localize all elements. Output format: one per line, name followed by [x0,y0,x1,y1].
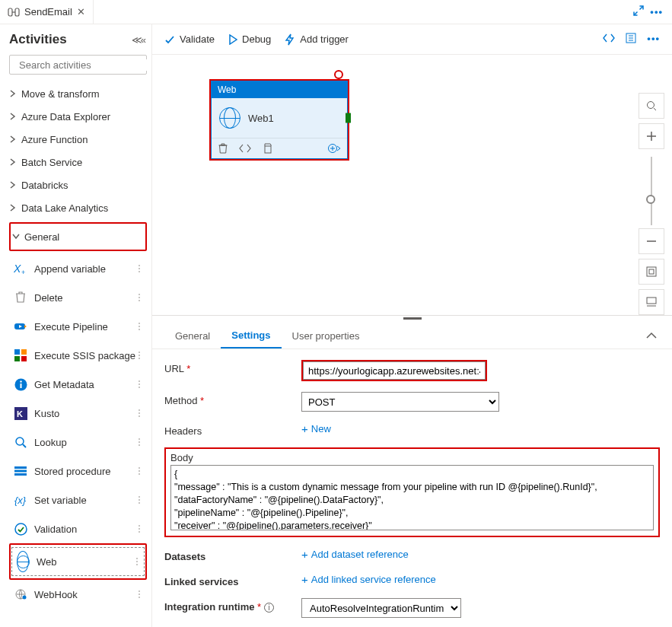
validation-icon [13,521,28,536]
exec-pipeline-icon [13,319,28,334]
svg-line-35 [654,108,656,110]
ir-label: Integration runtime *i [164,598,301,613]
webhook-icon [13,587,28,602]
activity-webhook[interactable]: WebHook [9,580,147,609]
copy-node-icon[interactable] [262,143,272,154]
svg-rect-40 [649,269,654,274]
add-output-icon[interactable] [327,143,341,154]
svg-point-25 [23,596,27,600]
add-header-button[interactable]: + New [301,422,331,435]
tab-general[interactable]: General [164,324,221,348]
info-icon[interactable]: i [264,603,274,613]
activity-set-variable[interactable]: {x} Set variable [9,485,147,514]
delete-node-icon[interactable] [218,143,228,154]
fit-button[interactable] [639,259,664,285]
more-icon[interactable]: ••• [647,33,660,46]
body-input[interactable]: { "message" : "This is a custom dynamic … [170,465,654,530]
zoom-in-button[interactable] [639,123,664,149]
activity-lookup[interactable]: Lookup [9,428,147,457]
delete-icon [13,290,28,305]
svg-rect-39 [647,267,656,276]
pipeline-tab[interactable]: SendEmail ✕ [0,0,94,24]
lookup-icon [13,434,28,450]
activity-stored-procedure[interactable]: Stored procedure [9,457,147,485]
sproc-icon [13,463,28,479]
svg-point-23 [15,524,27,535]
svg-rect-8 [14,349,20,355]
canvas-toolbar: Validate Debug Add trigger ••• [152,24,672,55]
activity-get-metadata[interactable]: Get Metadata [9,370,147,399]
web-activity-node[interactable]: Web Web1 [211,81,348,159]
web-icon [15,554,30,569]
validate-button[interactable]: Validate [164,33,215,45]
search-canvas-button[interactable] [639,93,664,119]
method-select[interactable]: POST [301,392,499,412]
tab-user-properties[interactable]: User properties [282,324,371,348]
svg-rect-0 [8,8,12,16]
globe-icon [219,107,240,129]
kusto-icon: K [13,406,28,421]
svg-text:K: K [17,409,23,419]
reset-button[interactable] [639,289,664,315]
svg-rect-30 [265,146,271,153]
svg-text:{x}: {x} [14,495,27,506]
svg-rect-19 [14,466,27,469]
activity-append-variable[interactable]: X+ Append variable [9,254,147,283]
node-name: Web1 [248,113,274,124]
integration-runtime-select[interactable]: AutoResolveIntegrationRuntime [301,598,461,618]
activities-panel: Activities ≪ « Move & transform Azure Da… [0,24,152,627]
svg-rect-11 [21,356,27,361]
collapse-panel-icon[interactable]: ≪ « [132,34,144,46]
expand-icon[interactable] [633,5,644,18]
cat-databricks[interactable]: Databricks [9,173,147,196]
cat-move[interactable]: Move & transform [9,82,147,105]
activity-validation[interactable]: Validation [9,514,147,543]
svg-line-18 [23,444,26,447]
debug-button[interactable]: Debug [228,33,271,45]
close-tab-icon[interactable]: ✕ [77,6,85,18]
activities-search[interactable] [9,55,147,75]
cat-general[interactable]: General [11,225,145,248]
pipeline-icon [8,6,20,18]
url-label: URL * [164,360,301,374]
svg-point-34 [648,102,654,109]
activity-kusto[interactable]: K Kusto [9,399,147,428]
cat-batch[interactable]: Batch Service [9,151,147,173]
add-trigger-button[interactable]: Add trigger [285,33,349,46]
linked-label: Linked services [164,573,301,587]
code-node-icon[interactable] [239,144,251,153]
svg-rect-21 [14,473,27,476]
tab-title: SendEmail [24,6,72,18]
cat-dla[interactable]: Data Lake Analytics [9,196,147,219]
setvar-icon: {x} [13,492,28,508]
zoom-out-button[interactable] [639,228,664,254]
output-port[interactable] [346,113,351,123]
zoom-slider[interactable] [651,157,652,225]
svg-rect-20 [14,470,27,473]
add-dataset-button[interactable]: + Add dataset reference [301,548,409,561]
code-view-icon[interactable] [603,33,615,46]
activity-web[interactable]: Web [11,547,145,576]
collapse-props-icon[interactable] [643,330,660,342]
tab-settings[interactable]: Settings [221,323,281,349]
add-linked-button[interactable]: + Add linked service reference [301,573,436,586]
canvas-nav-tools [639,93,664,315]
tab-bar: SendEmail ✕ ••• [0,0,672,24]
cat-function[interactable]: Azure Function [9,128,147,151]
method-label: Method * [164,392,301,406]
cat-ade[interactable]: Azure Data Explorer [9,105,147,128]
body-section: Body { "message" : "This is a custom dyn… [164,447,660,537]
activity-execute-pipeline[interactable]: Execute Pipeline [9,312,147,341]
headers-label: Headers [164,422,301,437]
search-input[interactable] [19,59,147,71]
parameters-icon[interactable] [626,33,636,46]
svg-point-17 [16,438,24,445]
pipeline-canvas[interactable]: Web Web1 [152,55,672,315]
svg-rect-10 [14,356,20,361]
svg-rect-9 [21,349,27,355]
activity-delete[interactable]: Delete [9,283,147,312]
activity-execute-ssis[interactable]: Execute SSIS package [9,341,147,370]
more-icon[interactable]: ••• [650,6,663,18]
url-input[interactable] [303,361,486,380]
node-status-indicator [334,70,343,79]
